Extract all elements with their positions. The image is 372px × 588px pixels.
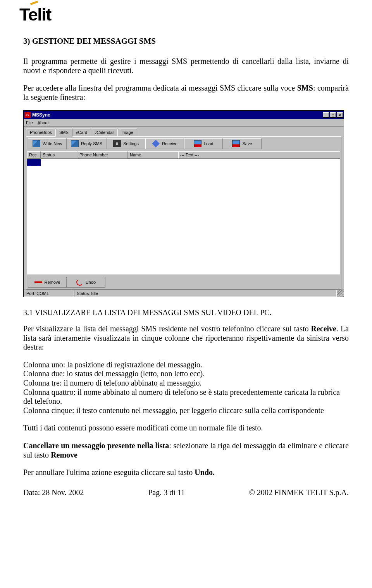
receive-button[interactable]: Receive — [145, 138, 184, 149]
tab-sms[interactable]: SMS — [55, 129, 72, 137]
settings-icon — [113, 140, 121, 147]
menu-bar: File About — [24, 119, 344, 127]
save-icon — [232, 140, 240, 147]
status-idle: Status: Idle — [74, 290, 337, 297]
tab-phonebook[interactable]: PhoneBook — [26, 129, 56, 136]
col-rec[interactable]: Rec. — [27, 151, 41, 158]
subsection-heading: 3.1 VISUALIZZARE LA LISTA DEI MESSAGGI S… — [23, 308, 349, 317]
reply-icon — [71, 140, 79, 147]
close-button[interactable]: × — [337, 112, 343, 118]
save-button[interactable]: Save — [223, 138, 262, 149]
logo: Telit — [19, 5, 349, 25]
load-icon — [194, 140, 202, 147]
remove-icon — [34, 281, 42, 283]
table-row[interactable] — [27, 159, 340, 166]
status-port: Port: COM1 — [24, 290, 74, 297]
maximize-button[interactable]: □ — [330, 112, 336, 118]
reply-sms-button[interactable]: Reply SMS — [67, 138, 107, 149]
write-new-button[interactable]: Write New — [28, 138, 67, 149]
minimize-button[interactable]: _ — [323, 112, 329, 118]
paragraph-editable: Tutti i dati contenuti possono essere mo… — [23, 423, 349, 433]
section-heading: 3) GESTIONE DEI MESSAGGI SMS — [23, 36, 349, 46]
receive-icon — [152, 140, 160, 147]
title-bar: S MSSync _ □ × — [24, 111, 344, 119]
page-footer: Data: 28 Nov. 2002 Pag. 3 di 11 © 2002 F… — [23, 488, 349, 497]
paragraph-intro: Il programma permette di gestire i messa… — [23, 57, 349, 75]
selected-cell[interactable] — [27, 159, 41, 166]
status-bar: Port: COM1 Status: Idle — [24, 290, 344, 297]
tab-row: PhoneBook SMS vCard vCalendar Image — [26, 129, 341, 136]
footer-date: Data: 28 Nov. 2002 — [23, 488, 84, 497]
window-title: MSSync — [32, 112, 322, 118]
undo-button[interactable]: Undo — [67, 277, 105, 288]
footer-page: Pag. 3 di 11 — [148, 488, 185, 497]
paragraph-receive: Per visualizzare la lista dei messaggi S… — [23, 324, 349, 352]
col-text[interactable]: --- Text --- — [178, 151, 340, 158]
paragraph-undo: Per annullare l'ultima azione eseguita c… — [23, 468, 349, 477]
write-icon — [33, 140, 40, 147]
tab-image[interactable]: Image — [117, 129, 137, 136]
paragraph-access: Per accedere alla finestra del programma… — [23, 84, 349, 102]
menu-about[interactable]: About — [38, 120, 49, 125]
footer-copyright: © 2002 FINMEK TELIT S.p.A. — [249, 488, 349, 497]
message-grid: Rec. Status Phone Number Name --- Text -… — [27, 151, 340, 274]
app-icon: S — [24, 112, 31, 118]
column-list: Colonna uno: la posizione di registrazio… — [23, 360, 349, 415]
col-name[interactable]: Name — [128, 151, 178, 158]
undo-icon — [76, 279, 83, 286]
load-button[interactable]: Load — [184, 138, 223, 149]
resize-grip[interactable] — [337, 290, 344, 297]
col-status[interactable]: Status — [41, 151, 78, 158]
tab-vcard[interactable]: vCard — [72, 129, 91, 136]
grid-body[interactable] — [27, 158, 340, 274]
remove-button[interactable]: Remove — [28, 277, 67, 288]
top-toolbar: Write New Reply SMS Settings Receive Loa… — [26, 137, 341, 151]
col-phone[interactable]: Phone Number — [78, 151, 128, 158]
paragraph-delete: Cancellare un messaggio presente nella l… — [23, 441, 349, 459]
bottom-toolbar: Remove Undo — [26, 275, 341, 289]
menu-file[interactable]: File — [26, 120, 33, 125]
embedded-screenshot: S MSSync _ □ × File About PhoneBook SMS … — [23, 110, 349, 297]
tab-vcalendar[interactable]: vCalendar — [91, 129, 118, 136]
settings-button[interactable]: Settings — [107, 138, 145, 149]
